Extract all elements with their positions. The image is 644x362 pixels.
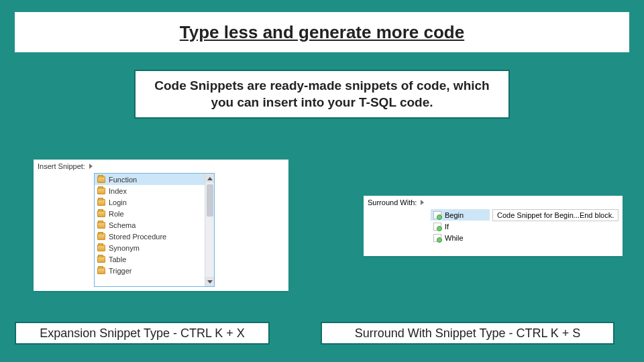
- slide-root: Type less and generate more code Code Sn…: [0, 0, 644, 362]
- scroll-down-button[interactable]: [205, 277, 215, 286]
- insert-snippet-crumb: Insert Snippet:: [34, 160, 288, 173]
- intro-text: Code Snippets are ready-made snippets of…: [134, 70, 510, 119]
- list-item-label: Index: [109, 187, 127, 195]
- list-item-label: Begin: [445, 211, 464, 219]
- folder-icon: [97, 222, 105, 229]
- surround-with-crumb-label: Surround With:: [368, 198, 417, 206]
- snippet-icon: [433, 234, 441, 242]
- surround-label: Surround With Snippet Type - CTRL K + S: [321, 322, 614, 345]
- insert-snippet-crumb-label: Insert Snippet:: [38, 162, 85, 170]
- list-item-label: Stored Procedure: [109, 233, 166, 241]
- folder-icon: [97, 210, 105, 217]
- expansion-label: Expansion Snippet Type - CTRL K + X: [15, 322, 270, 345]
- list-item[interactable]: Trigger: [95, 265, 214, 276]
- folder-icon: [97, 176, 105, 183]
- insert-snippet-listbox[interactable]: Function Index Login Role Schema Stored …: [94, 173, 215, 287]
- scrollbar[interactable]: [205, 174, 214, 286]
- list-item[interactable]: Index: [95, 185, 214, 196]
- snippet-tooltip: Code Snippet for Begin...End block.: [492, 209, 619, 221]
- page-title: Type less and generate more code: [15, 12, 629, 52]
- folder-icon: [97, 199, 105, 206]
- folder-icon: [97, 188, 105, 194]
- list-item[interactable]: If: [431, 221, 490, 232]
- list-item-label: Role: [109, 210, 124, 218]
- list-item[interactable]: Schema: [95, 219, 214, 231]
- folder-icon: [97, 256, 105, 263]
- label-row: Expansion Snippet Type - CTRL K + X Surr…: [15, 322, 629, 345]
- scroll-thumb[interactable]: [207, 184, 213, 217]
- list-item-label: Synonym: [109, 244, 140, 252]
- surround-with-crumb: Surround With:: [364, 196, 623, 209]
- surround-with-listbox[interactable]: Begin If While: [431, 209, 490, 246]
- list-item-label: If: [445, 223, 449, 231]
- folder-icon: [97, 233, 105, 240]
- list-item-label: Schema: [109, 221, 136, 229]
- list-item-label: Table: [109, 255, 126, 263]
- list-item[interactable]: Begin: [431, 209, 490, 221]
- list-item-label: Trigger: [109, 267, 131, 275]
- list-item-label: While: [445, 234, 464, 242]
- intro-wrap: Code Snippets are ready-made snippets of…: [15, 70, 629, 119]
- snippet-icon: [433, 223, 441, 231]
- folder-icon: [97, 267, 105, 274]
- demo-row: Insert Snippet: Function Index Login Rol…: [15, 160, 629, 294]
- list-item[interactable]: While: [431, 232, 490, 243]
- list-item-label: Login: [109, 198, 127, 206]
- triangle-up-icon: [207, 177, 213, 180]
- scroll-up-button[interactable]: [205, 174, 215, 183]
- insert-snippet-panel: Insert Snippet: Function Index Login Rol…: [34, 160, 288, 291]
- list-item-label: Function: [109, 176, 137, 184]
- chevron-right-icon: [421, 200, 424, 205]
- list-item[interactable]: Stored Procedure: [95, 231, 214, 242]
- triangle-down-icon: [207, 280, 213, 284]
- list-item[interactable]: Table: [95, 253, 214, 265]
- surround-with-panel: Surround With: Begin If While Code Snipp…: [364, 196, 623, 256]
- snippet-icon: [433, 211, 441, 219]
- list-item[interactable]: Synonym: [95, 242, 214, 253]
- list-item[interactable]: Function: [95, 174, 214, 185]
- folder-icon: [97, 245, 105, 251]
- chevron-right-icon: [89, 164, 93, 169]
- list-item[interactable]: Login: [95, 196, 214, 208]
- list-item[interactable]: Role: [95, 208, 214, 219]
